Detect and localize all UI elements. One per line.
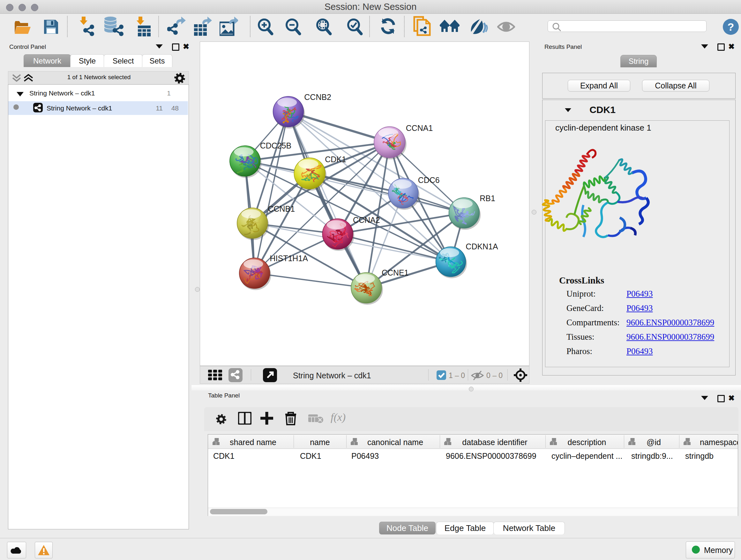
svg-text:CDK1: CDK1 xyxy=(325,155,346,164)
svg-text:CDC25B: CDC25B xyxy=(260,141,291,150)
svg-text:CCNB1: CCNB1 xyxy=(268,204,295,213)
svg-text:CDKN1A: CDKN1A xyxy=(466,242,498,251)
svg-text:CCNA1: CCNA1 xyxy=(406,124,433,132)
svg-text:?: ? xyxy=(728,21,734,33)
svg-text:RB1: RB1 xyxy=(480,194,495,203)
svg-text:HIST1H1A: HIST1H1A xyxy=(270,254,308,263)
svg-text:CDC6: CDC6 xyxy=(418,176,440,185)
svg-text:CCNA2: CCNA2 xyxy=(353,215,380,225)
svg-text:CCNB2: CCNB2 xyxy=(304,92,331,102)
svg-text:CCNE1: CCNE1 xyxy=(382,268,409,277)
